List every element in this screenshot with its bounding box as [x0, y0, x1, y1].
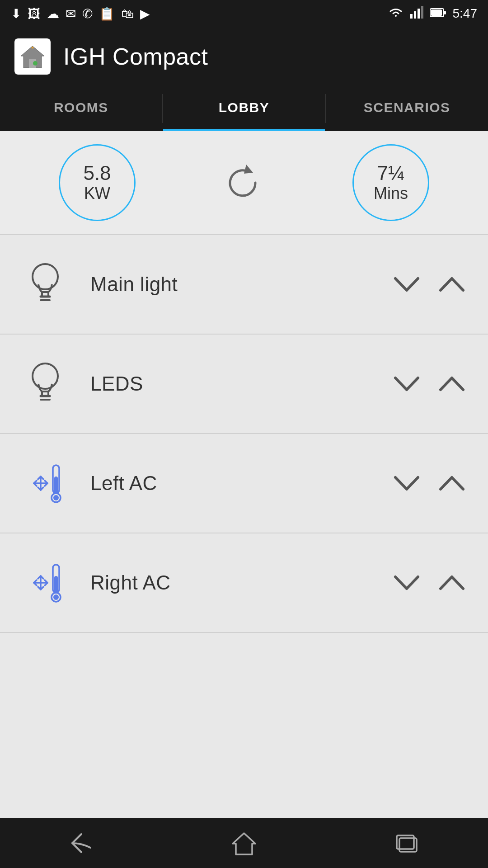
svg-rect-2 [418, 9, 420, 19]
svg-rect-34 [54, 476, 58, 494]
status-icons-right: 5:47 [388, 6, 478, 22]
status-icons-left: ⬇ 🖼 ☁ ✉ ✆ 📋 🛍 ▶ [11, 6, 150, 21]
right-ac-label: Right AC [90, 571, 371, 594]
left-ac-controls [389, 470, 470, 497]
svg-point-49 [53, 594, 59, 600]
svg-rect-6 [444, 11, 446, 14]
leds-down-button[interactable] [389, 370, 425, 397]
svg-point-17 [33, 363, 58, 389]
main-light-down-button[interactable] [389, 271, 425, 298]
clipboard-icon: 📋 [99, 6, 115, 21]
light-icon-leds [18, 359, 72, 409]
leds-label: LEDS [90, 373, 371, 395]
time-metric: 7¼ Mins [352, 144, 429, 221]
right-ac-down-button[interactable] [389, 569, 425, 596]
ac-icon-right [18, 558, 72, 608]
app-bar: IGH Compact [0, 27, 488, 86]
device-item-leds: LEDS [0, 335, 488, 434]
bottom-navigation [0, 818, 488, 868]
power-unit: KW [84, 184, 110, 203]
status-bar: ⬇ 🖼 ☁ ✉ ✆ 📋 🛍 ▶ [0, 0, 488, 27]
phone-icon: ✆ [82, 6, 93, 21]
device-item-right-ac: Right AC [0, 533, 488, 633]
device-item-left-ac: Left AC [0, 434, 488, 533]
image-icon: 🖼 [28, 6, 40, 21]
svg-rect-3 [421, 6, 423, 19]
app-title: IGH Compact [63, 43, 208, 70]
left-ac-label: Left AC [90, 472, 371, 495]
main-light-controls [389, 271, 470, 298]
light-icon-main [18, 259, 72, 309]
download-icon: ⬇ [11, 6, 21, 21]
tab-bar: ROOMS LOBBY SCENARIOS [0, 86, 488, 131]
main-light-up-button[interactable] [434, 271, 470, 298]
back-icon [68, 832, 95, 854]
device-list: Main light LEDS [0, 235, 488, 633]
battery-icon [430, 6, 446, 21]
bag-icon: 🛍 [121, 6, 134, 21]
refresh-button[interactable] [217, 156, 271, 210]
recents-button[interactable] [361, 825, 452, 861]
power-metric: 5.8 KW [59, 144, 136, 221]
mail-icon: ✉ [66, 6, 76, 21]
svg-point-10 [33, 61, 38, 66]
svg-rect-0 [410, 14, 413, 19]
home-button[interactable] [199, 825, 289, 861]
left-ac-up-button[interactable] [434, 470, 470, 497]
svg-marker-50 [233, 833, 255, 854]
leds-controls [389, 370, 470, 397]
left-ac-down-button[interactable] [389, 470, 425, 497]
device-item-main-light: Main light [0, 235, 488, 335]
time-value: 7¼ [377, 162, 404, 184]
main-light-label: Main light [90, 273, 371, 296]
right-ac-up-button[interactable] [434, 569, 470, 596]
svg-rect-5 [431, 9, 442, 16]
power-value: 5.8 [83, 162, 111, 184]
svg-rect-48 [54, 576, 58, 593]
signal-icon [410, 6, 424, 22]
metrics-row: 5.8 KW 7¼ Mins [0, 131, 488, 235]
tab-rooms[interactable]: ROOMS [0, 86, 162, 131]
tab-lobby[interactable]: LOBBY [163, 86, 325, 131]
cloud-icon: ☁ [47, 6, 59, 21]
ac-icon-left [18, 458, 72, 508]
tab-scenarios[interactable]: SCENARIOS [326, 86, 488, 131]
right-ac-controls [389, 569, 470, 596]
svg-rect-1 [414, 11, 416, 19]
leds-up-button[interactable] [434, 370, 470, 397]
svg-point-12 [33, 264, 58, 289]
play-icon: ▶ [140, 6, 150, 21]
time-display: 5:47 [453, 6, 478, 21]
back-button[interactable] [36, 825, 127, 861]
home-icon [230, 831, 258, 856]
wifi-icon [388, 6, 404, 22]
svg-point-35 [53, 495, 59, 500]
svg-marker-11 [244, 165, 253, 174]
recents-icon [393, 832, 420, 854]
app-icon [14, 38, 51, 75]
time-unit: Mins [374, 184, 408, 203]
